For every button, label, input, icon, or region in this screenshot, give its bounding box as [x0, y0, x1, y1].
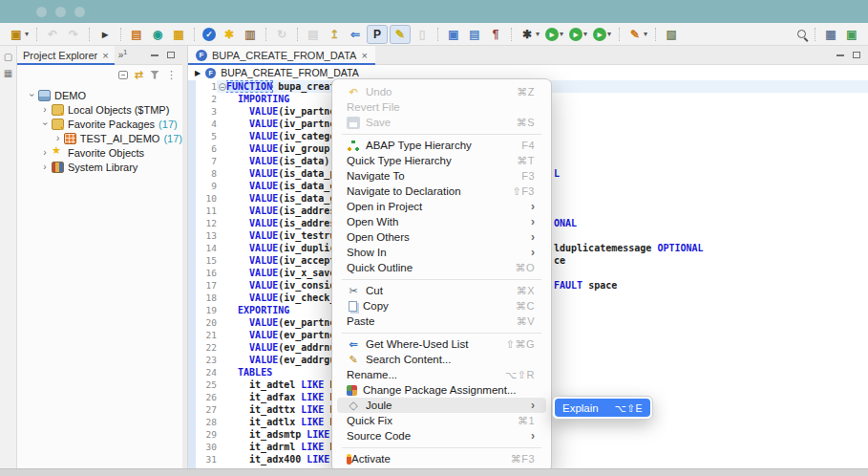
minimize-icon[interactable] [836, 54, 844, 56]
menu-item-rename[interactable]: Rename...⌥⇧R [337, 367, 546, 382]
menu-item-open-others[interactable]: Open Others› [337, 229, 546, 245]
menu-item-revert-file[interactable]: Revert File [337, 99, 546, 115]
tree-item-test-ai-demo[interactable]: ›TEST_AI_DEMO(17) [17, 131, 182, 145]
tree-item-demo[interactable]: ›DEMO [17, 88, 182, 102]
menu-item-quick-fix[interactable]: Quick Fix⌘1 [337, 413, 546, 428]
profile-icon[interactable]: ▸▾ [567, 25, 589, 44]
undo-icon: ↶ [347, 86, 360, 98]
chevron-expanded-icon[interactable]: › [27, 91, 37, 100]
filter-icon[interactable] [150, 71, 159, 79]
whereused-nav-icon[interactable]: ⇐ [346, 25, 365, 44]
minimize-icon[interactable] [151, 54, 159, 56]
abap-perspective-icon[interactable]: ▣ [842, 25, 861, 44]
refresh-icon[interactable]: ↻ [272, 25, 291, 44]
window-close-button[interactable] [36, 7, 47, 17]
dropdown-arrow-icon[interactable]: ▾ [644, 30, 647, 38]
syntax-check-icon[interactable]: ▣ [444, 25, 463, 44]
tree-item-favorite-packages[interactable]: ›Favorite Packages(17) [17, 117, 182, 131]
print-icon[interactable]: ▤ [304, 25, 323, 44]
menu-item-quick-type-hierarchy[interactable]: Quick Type Hierarchy⌘T [337, 153, 546, 168]
maximize-icon[interactable] [853, 52, 860, 58]
menu-item-search-content[interactable]: ✎Search Content... [337, 352, 546, 367]
tree-item-favorite-objects[interactable]: ›Favorite Objects [17, 145, 182, 160]
new-dev-object-icon[interactable]: ◉ [148, 25, 167, 44]
unit-test-icon[interactable]: ▤ [465, 25, 484, 44]
paragraph-icon[interactable]: ¶ [486, 25, 505, 44]
menu-item-explain[interactable]: Explain ⌥⇧E [555, 399, 650, 417]
run-icon[interactable]: ▸▾ [543, 25, 565, 44]
dropdown-arrow-icon[interactable]: ▾ [560, 30, 563, 38]
line-number: 9 [196, 180, 217, 192]
chevron-collapsed-icon[interactable]: › [40, 104, 50, 115]
dropdown-arrow-icon[interactable]: ▾ [607, 30, 611, 38]
chevron-collapsed-icon[interactable]: › [40, 147, 50, 158]
breadcrumb-expander-icon[interactable]: ▶ [195, 69, 201, 77]
menu-item-quick-outline[interactable]: Quick Outline⌘O [337, 260, 546, 275]
view-menu-icon[interactable]: ⋮ [166, 69, 177, 81]
dropdown-arrow-icon[interactable]: ▾ [536, 30, 540, 38]
close-icon[interactable]: × [102, 50, 108, 61]
restore-view-icon[interactable]: ▢ [3, 52, 14, 62]
doc-icon[interactable]: ▯ [413, 25, 432, 44]
chevron-collapsed-icon[interactable]: › [53, 133, 62, 143]
link-with-editor-icon[interactable]: ⇄ [135, 69, 143, 81]
fold-marker-icon[interactable] [217, 80, 226, 93]
debug-icon[interactable]: ✱▾ [518, 25, 541, 44]
tree-item-local-objects-tmp-[interactable]: ›Local Objects ($TMP) [17, 102, 182, 117]
code-token: it_adrml [226, 442, 301, 452]
coverage-icon[interactable]: ▸▾ [591, 25, 613, 44]
open-dev-object-icon[interactable]: ▤ [127, 25, 146, 44]
window-zoom-button[interactable] [74, 7, 85, 17]
annotation-ruler[interactable] [188, 80, 196, 468]
new-wizard-icon[interactable]: ▣▾ [7, 25, 31, 44]
menu-item-open-with[interactable]: Open With› [337, 214, 546, 229]
tree-item-label: Local Objects ($TMP) [68, 104, 169, 116]
open-perspective-icon[interactable]: ▦ [821, 25, 840, 44]
view-stack-icon[interactable]: ▦ [3, 68, 14, 78]
menu-item-open-in-project[interactable]: Open in Project› [337, 199, 546, 214]
menu-item-label: Navigate To [347, 170, 512, 182]
collapse-all-icon[interactable] [118, 71, 128, 79]
image-icon[interactable]: ▧ [662, 25, 681, 44]
menu-item-activate[interactable]: Activate⌘F3 [337, 451, 546, 466]
view-overflow-indicator[interactable]: »1 [118, 49, 127, 60]
menu-item-save[interactable]: Save⌘S [337, 115, 546, 130]
code-token: VALUE [249, 206, 278, 216]
marker-icon[interactable]: ✎ [390, 25, 411, 44]
tab-bupa-create-from-data[interactable]: F BUPA_CREATE_FROM_DATA × [188, 46, 375, 65]
menu-item-change-package-assignment[interactable]: Change Package Assignment... [337, 382, 546, 398]
activate-check-icon[interactable]: ✓ [201, 25, 218, 44]
menu-item-navigate-to[interactable]: Navigate ToF3 [337, 168, 546, 184]
lightbulb-icon[interactable]: ✱ [220, 25, 239, 44]
tree-item-system-library[interactable]: ›System Library [17, 160, 182, 174]
library-icon[interactable]: ▥ [241, 25, 260, 44]
menu-item-navigate-to-declaration[interactable]: Navigate to Declaration⇧F3 [337, 184, 546, 199]
window-titlebar[interactable] [0, 0, 868, 23]
breadcrumb-label[interactable]: BUPA_CREATE_FROM_DATA [221, 67, 359, 78]
menu-item-show-in[interactable]: Show In› [337, 245, 546, 260]
search-icon[interactable] [797, 30, 806, 38]
menu-item-abap-type-hierarchy[interactable]: ABAP Type HierarchyF4 [337, 138, 546, 153]
menu-item-cut[interactable]: ✂Cut⌘X [337, 283, 546, 298]
tab-project-explorer[interactable]: Project Explorer × [17, 46, 115, 65]
menu-item-source-code[interactable]: Source Code› [337, 428, 546, 444]
chevron-collapsed-icon[interactable]: › [40, 162, 50, 172]
window-minimize-button[interactable] [55, 7, 66, 17]
menu-item-undo[interactable]: ↶Undo⌘Z [337, 84, 546, 99]
external-tools-icon[interactable]: ✎▾ [625, 25, 649, 44]
export-icon[interactable]: ↥ [325, 25, 344, 44]
occurrences-icon[interactable]: P [367, 25, 388, 44]
dropdown-arrow-icon[interactable]: ▾ [25, 30, 29, 38]
close-icon[interactable]: × [361, 50, 367, 61]
menu-item-get-where-used-list[interactable]: ⇐Get Where-Used List⇧⌘G [337, 336, 546, 352]
redo-icon[interactable]: ↷ [64, 25, 83, 44]
chevron-expanded-icon[interactable]: › [40, 119, 51, 129]
menu-item-copy[interactable]: Copy⌘C [337, 298, 546, 314]
dropdown-arrow-icon[interactable]: ▾ [583, 30, 587, 38]
menu-item-paste[interactable]: Paste⌘V [337, 314, 546, 329]
pointer-icon[interactable]: ▸ [95, 25, 115, 44]
undo-icon[interactable]: ↶ [43, 25, 62, 44]
menu-item-joule[interactable]: ◇Joule› [337, 398, 546, 413]
favorite-package-icon[interactable]: ▦ [169, 25, 188, 44]
maximize-icon[interactable] [167, 52, 175, 58]
